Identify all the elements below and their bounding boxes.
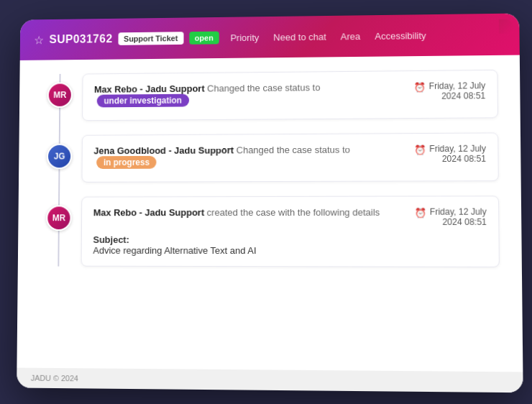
status-badge: in progress [96, 156, 157, 169]
card: Max Rebo - Jadu Support created the case… [81, 196, 500, 267]
ticket-id: SUP031762 [49, 32, 112, 46]
copyright: JADU © 2024 [31, 374, 78, 383]
avatar-initials: JG [54, 152, 65, 162]
timeline-item: MR Max Rebo - Jadu Support created the c… [81, 196, 500, 267]
card-date: ⏰ Friday, 12 July 2024 08:51 [414, 207, 486, 227]
avatar: JG [47, 144, 72, 170]
card-meta: Jena Goodblood - Jadu Support Changed th… [93, 144, 400, 169]
subject-value: Advice regarding Alternative Text and AI [93, 245, 256, 256]
date-with-icon: ⏰ Friday, 12 July 2024 08:51 [414, 144, 486, 165]
date-with-icon: ⏰ Friday, 12 July 2024 08:51 [414, 207, 486, 227]
device-frame: ☆ SUP031762 Support Ticket open Priority… [17, 13, 523, 392]
card-date: ⏰ Friday, 12 July 2024 08:51 [413, 81, 485, 101]
main-content: MR Max Rebo - Jadu Support Changed the c… [17, 55, 523, 372]
card-action: Changed the case status to [237, 144, 350, 156]
badge-open[interactable]: open [189, 32, 219, 45]
card-header-row: Max Rebo - Jadu Support created the case… [93, 207, 487, 228]
nav-priority[interactable]: Priority [227, 30, 262, 44]
avatar-initials: MR [52, 213, 65, 223]
card-meta: Max Rebo - Jadu Support Changed the case… [94, 81, 400, 107]
subject-label: Subject: [93, 234, 256, 245]
card-content: Max Rebo - Jadu Support created the case… [93, 207, 400, 227]
date-line1: Friday, 12 July [429, 81, 486, 91]
clock-icon: ⏰ [414, 208, 426, 219]
timeline-item: MR Max Rebo - Jadu Support Changed the c… [82, 70, 498, 121]
date-line1: Friday, 12 July [429, 144, 486, 154]
corner-decoration [499, 19, 514, 34]
date-line2: 2024 08:51 [429, 154, 486, 164]
nav-area[interactable]: Area [338, 29, 364, 43]
date-text: Friday, 12 July 2024 08:51 [430, 207, 487, 227]
badge-support-ticket[interactable]: Support Ticket [118, 32, 183, 45]
card-action: created the case with the following deta… [207, 207, 380, 218]
date-line2: 2024 08:51 [429, 91, 486, 101]
date-line2: 2024 08:51 [430, 217, 487, 227]
avatar-initials: MR [53, 90, 66, 100]
date-text: Friday, 12 July 2024 08:51 [429, 144, 486, 165]
card: Jena Goodblood - Jadu Support Changed th… [81, 132, 498, 182]
date-line1: Friday, 12 July [430, 207, 487, 217]
card-action: Changed the case status to [207, 82, 320, 93]
star-icon[interactable]: ☆ [34, 33, 44, 47]
timeline-item: JG Jena Goodblood - Jadu Support Changed… [81, 132, 498, 182]
card-content: Jena Goodblood - Jadu Support Changed th… [93, 144, 400, 172]
card-meta: Max Rebo - Jadu Support created the case… [93, 207, 400, 218]
avatar: MR [46, 205, 71, 231]
card-author: Max Rebo - Jadu Support [93, 207, 204, 218]
footer: JADU © 2024 [17, 368, 523, 393]
card-content: Max Rebo - Jadu Support Changed the case… [94, 81, 400, 110]
nav-accessibility[interactable]: Accessibility [372, 29, 429, 43]
header-bar: ☆ SUP031762 Support Ticket open Priority… [20, 13, 520, 60]
device-screen: ☆ SUP031762 Support Ticket open Priority… [17, 13, 523, 392]
card-subject: Subject: Advice regarding Alternative Te… [93, 234, 256, 256]
date-text: Friday, 12 July 2024 08:51 [429, 81, 486, 101]
clock-icon: ⏰ [413, 82, 425, 93]
timeline: MR Max Rebo - Jadu Support Changed the c… [18, 70, 522, 267]
clock-icon: ⏰ [414, 144, 426, 155]
card: Max Rebo - Jadu Support Changed the case… [82, 70, 498, 121]
nav-need-to-chat[interactable]: Need to chat [270, 29, 329, 44]
ticket-id-area: ☆ SUP031762 Support Ticket open [34, 31, 219, 47]
card-author: Max Rebo - Jadu Support [94, 83, 205, 95]
card-date: ⏰ Friday, 12 July 2024 08:51 [414, 144, 486, 165]
status-badge: under investigation [97, 94, 189, 108]
card-author: Jena Goodblood - Jadu Support [93, 144, 234, 156]
avatar: MR [47, 82, 73, 108]
date-with-icon: ⏰ Friday, 12 July 2024 08:51 [413, 81, 485, 101]
